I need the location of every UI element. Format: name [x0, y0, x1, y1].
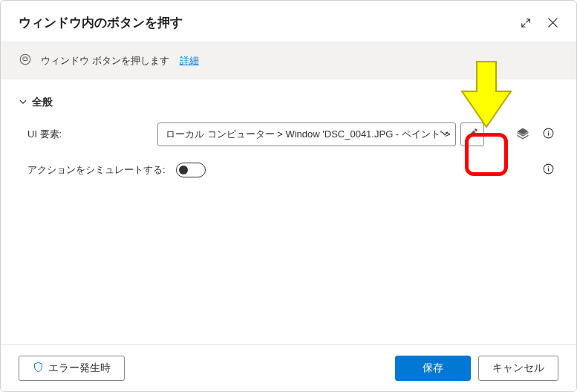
cancel-button[interactable]: キャンセル — [478, 356, 558, 381]
svg-point-0 — [20, 54, 30, 65]
dialog-footer: エラー発生時 保存 キャンセル — [1, 344, 576, 391]
content-area: 全般 UI 要素: ローカル コンピューター > Window 'DSC_004… — [1, 79, 576, 201]
info-bar: ウィンドウ ボタンを押します 詳細 — [1, 42, 576, 79]
label-ui-element: UI 要素: — [27, 128, 157, 141]
close-icon[interactable] — [547, 17, 558, 28]
simulate-action-toggle[interactable] — [176, 163, 206, 177]
info-button[interactable] — [539, 161, 557, 179]
ui-element-value: ローカル コンピューター > Window 'DSC_0041.JPG - ペイ… — [166, 128, 451, 141]
header-actions — [521, 17, 558, 28]
svg-rect-9 — [547, 168, 548, 171]
ui-element-dropdown[interactable]: ローカル コンピューター > Window 'DSC_0041.JPG - ペイ… — [157, 122, 456, 146]
info-button[interactable] — [539, 125, 557, 143]
robot-icon — [19, 53, 32, 68]
details-link[interactable]: 詳細 — [180, 54, 199, 68]
expand-icon[interactable] — [521, 18, 531, 28]
info-icon — [542, 163, 555, 177]
shield-icon — [33, 362, 44, 375]
label-simulate-action: アクションをシミュレートする: — [27, 163, 176, 177]
row-simulate-action: アクションをシミュレートする: — [19, 161, 558, 179]
save-button[interactable]: 保存 — [395, 356, 471, 381]
edit-button[interactable] — [460, 122, 484, 146]
svg-point-8 — [547, 166, 548, 167]
chevron-down-icon — [19, 97, 27, 108]
svg-point-5 — [547, 131, 548, 131]
svg-point-3 — [26, 59, 27, 59]
info-bar-text: ウィンドウ ボタンを押します — [41, 54, 169, 68]
pencil-icon — [466, 127, 479, 142]
layers-button[interactable] — [514, 125, 532, 143]
dialog-title: ウィンドウ内のボタンを押す — [19, 14, 183, 31]
svg-rect-6 — [547, 132, 548, 135]
svg-point-2 — [24, 59, 25, 59]
on-error-label: エラー発生時 — [48, 362, 111, 375]
row-ui-element: UI 要素: ローカル コンピューター > Window 'DSC_0041.J… — [19, 122, 558, 146]
info-icon — [542, 127, 555, 142]
section-title: 全般 — [32, 96, 53, 109]
layers-icon — [516, 127, 529, 143]
save-label: 保存 — [423, 362, 443, 375]
cancel-label: キャンセル — [492, 362, 544, 375]
dialog-header: ウィンドウ内のボタンを押す — [1, 1, 576, 42]
on-error-button[interactable]: エラー発生時 — [19, 356, 125, 381]
section-header-general[interactable]: 全般 — [19, 96, 558, 109]
